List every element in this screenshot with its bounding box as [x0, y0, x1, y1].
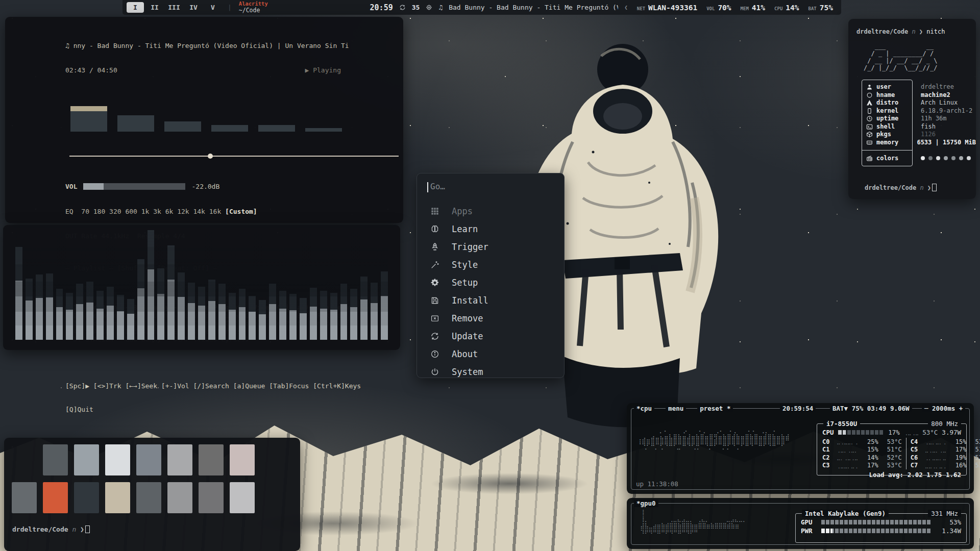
monitor-tab[interactable]: *cpu	[634, 405, 654, 412]
color-swatch	[105, 482, 130, 513]
spectrum-bar	[178, 272, 185, 340]
uptime-text: up 11:38:08	[636, 480, 678, 488]
stat-item: BAT 75%	[808, 4, 833, 12]
color-dots	[921, 156, 971, 160]
menu-item-label: Remove	[452, 313, 483, 323]
player-elapsed-time: 02:43 / 04:50	[65, 66, 117, 74]
seek-bar[interactable]	[69, 154, 399, 159]
menu-item-label: Trigger	[452, 242, 488, 252]
color-swatch	[105, 444, 130, 475]
spectrum-bar	[56, 289, 63, 340]
info-value: Arch Linux	[921, 99, 958, 107]
spectrum-bar	[269, 284, 276, 340]
menu-item[interactable]: Update	[427, 327, 554, 345]
now-playing-title[interactable]: Bad Bunny - Bad Bunny - Titi Me Preguntó…	[449, 4, 618, 11]
menu-item-icon	[429, 242, 440, 252]
volume-slider[interactable]	[83, 183, 185, 190]
color-dot	[921, 156, 925, 160]
spectrum-bar	[107, 287, 114, 340]
spectrum-bar	[300, 298, 307, 340]
spectrum-bar	[66, 293, 73, 340]
workspace-button[interactable]: II	[146, 2, 163, 13]
weather-icon	[426, 4, 432, 11]
color-dot	[936, 156, 940, 160]
collapse-chevron-icon[interactable]: ❮	[624, 4, 628, 11]
color-swatch	[167, 444, 192, 475]
monitor-tabs: *cpumenupreset *	[634, 405, 733, 412]
refresh-icon[interactable]	[399, 4, 406, 11]
spectrum-bar	[239, 289, 246, 340]
menu-item[interactable]: Trigger	[427, 238, 554, 256]
spectrum-bar	[86, 282, 93, 340]
info-value: drdeltree	[921, 83, 954, 91]
cpu-power: 3.97W	[942, 429, 961, 436]
menu-item[interactable]: Style	[427, 256, 554, 273]
spectrum-bar	[127, 299, 134, 340]
desktop: IIIIIIIVV | Alacritty ~/Code 20:59 35 ♫ …	[0, 0, 980, 551]
info-box-divider	[862, 150, 913, 151]
monitor-tab[interactable]: menu	[666, 405, 686, 412]
topbar-separator: |	[228, 4, 232, 11]
gpu-stat-row: GPU 53%	[801, 518, 961, 527]
cpu-temp: 53°C	[922, 429, 938, 436]
menu-item[interactable]: Learn	[427, 220, 554, 238]
text-caret	[427, 182, 428, 192]
color-dot	[944, 156, 948, 160]
menu-item[interactable]: Remove	[427, 309, 554, 327]
level-meter-bar	[258, 125, 295, 132]
spectrum-bar	[46, 273, 53, 340]
cpu-monitor-window: *cpumenupreset * 20:59:54 BAT▼ 75% 03:49…	[627, 403, 974, 494]
music-note-icon: ♫	[438, 4, 443, 11]
workspace-button[interactable]: I	[127, 2, 144, 13]
stat-item: NET WLAN-493361	[637, 4, 697, 12]
menu-item-label: Apps	[452, 206, 473, 216]
spectrum-bar	[96, 291, 104, 340]
color-swatch	[74, 444, 99, 475]
core-column-right: C4⢀⣀⡀⣀⡀⢀15%53°C C5⣀⢀⣀⡀⢀⣀17%51°C C6⢀⡀⣀⣀⡀⣀…	[906, 438, 980, 469]
spectrum-bars	[15, 231, 388, 340]
menu-item-label: Update	[452, 331, 483, 341]
core-row: C3⢀⣀⣀⡀⣀⢀17%53°C	[822, 462, 902, 470]
player-level-meters	[70, 105, 393, 132]
gpu-history-graph: ⢸ ⢸⡀ ⢀⣀⣄⣠⣀⡀ ⢀⣄⡀ ⣀⣠⣄⣀⡀ ⣼⣧⣀⣴⣶⣷⣾⣿⣿⣷⣿⣿⣷⣶⣿⣿⣶⣷…	[637, 509, 747, 536]
core-row: C2⣀⡀⢀⣀⢀⣀14%52°C	[822, 454, 902, 462]
workspace-button[interactable]: IV	[185, 2, 202, 13]
seek-track[interactable]	[69, 156, 399, 157]
top-bar: IIIIIIIVV | Alacritty ~/Code 20:59 35 ♫ …	[122, 0, 841, 15]
menu-item[interactable]: Install	[427, 291, 554, 309]
menu-item-icon	[429, 224, 440, 234]
system-stats: NET WLAN-493361 VOL 70% MEM 41% CPU 14% …	[637, 4, 833, 12]
menu-item[interactable]: Setup	[427, 273, 554, 291]
menu-item[interactable]: About	[427, 345, 554, 363]
shell-prompt[interactable]: drdeltree/Code n ❯	[12, 525, 90, 533]
gpu-tab[interactable]: *gpu0	[634, 499, 658, 507]
level-meter-bar	[164, 121, 201, 132]
weather-value: 35	[412, 4, 420, 11]
level-meter-bar	[305, 128, 342, 132]
menu-item[interactable]: System	[427, 363, 554, 381]
color-swatch	[230, 444, 255, 475]
workspace-button[interactable]: V	[204, 2, 222, 13]
spectrum-bar	[279, 291, 286, 340]
menu-item-icon	[429, 314, 440, 323]
menu-search[interactable]	[427, 182, 554, 194]
monitor-clock: 20:59:54	[780, 405, 816, 412]
keybind-help-line1: [Spc]▶ [<>]Trk [←→]Seek [+-]Vol [/]Searc…	[65, 382, 393, 390]
spectrum-bar	[117, 295, 124, 340]
menu-item-label: Setup	[452, 278, 478, 288]
core-row: C6⢀⡀⣀⣀⡀⣀19%52°C	[911, 454, 980, 462]
menu-search-input[interactable]	[427, 182, 554, 191]
seek-knob[interactable]	[208, 154, 213, 159]
gpu-detail-box: Intel Kabylake (Gen9) 331 MHz GPU 53% PW…	[795, 513, 967, 543]
shell-prompt[interactable]: drdeltree/Code n ❯	[856, 174, 937, 192]
menu-item[interactable]: Apps	[427, 202, 554, 220]
info-value: 1126	[921, 131, 936, 138]
color-swatch	[12, 444, 37, 475]
arch-ascii-logo: ___ __ / _ | ________/ / / __ |/ __/ __/…	[864, 43, 976, 71]
spectrum-bar	[148, 230, 155, 340]
stat-value: 41%	[752, 4, 765, 12]
monitor-tab[interactable]: preset *	[697, 405, 733, 412]
workspace-button[interactable]: III	[165, 2, 183, 13]
refresh-interval-control[interactable]: ─ 2000ms +	[922, 405, 965, 412]
spectrum-bar	[381, 271, 388, 340]
